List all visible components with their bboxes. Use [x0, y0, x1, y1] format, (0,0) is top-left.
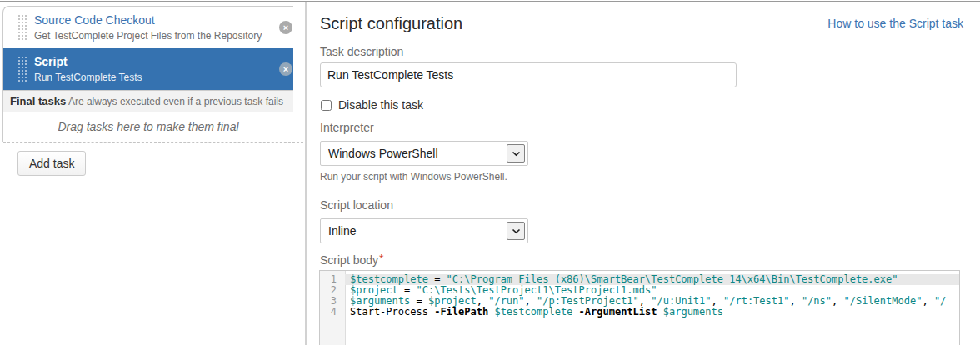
page-title: Script configuration	[320, 13, 462, 33]
chevron-down-icon	[507, 144, 525, 162]
drop-zone-dashed-divider	[3, 142, 303, 142]
code-text[interactable]: Start-Process -FilePath $testcomplete -A…	[345, 307, 959, 318]
chevron-down-icon	[507, 222, 525, 240]
script-location-select[interactable]: Inline	[320, 218, 528, 243]
drag-handle-icon[interactable]	[18, 14, 27, 42]
drag-handle-icon[interactable]	[18, 56, 27, 83]
task-list-sidebar: Source Code Checkout Get TestComplete Pr…	[0, 2, 305, 345]
task-subtitle: Get TestComplete Project Files from the …	[34, 30, 275, 42]
script-body-label: Script body*	[320, 253, 963, 268]
remove-task-icon[interactable]: ×	[279, 62, 292, 76]
interpreter-label: Interpreter	[320, 121, 963, 135]
interpreter-selected-value: Windows PowerShell	[328, 147, 438, 160]
task-item-script[interactable]: Script Run TestComplete Tests ×	[3, 48, 293, 90]
script-location-label: Script location	[320, 198, 963, 212]
line-number: 4	[320, 307, 345, 318]
final-tasks-drop-zone[interactable]: Drag tasks here to make them final	[3, 112, 293, 142]
task-item-source-code-checkout[interactable]: Source Code Checkout Get TestComplete Pr…	[3, 7, 293, 48]
script-body-editor[interactable]: 1$testcomplete = "C:\Program Files (x86)…	[319, 270, 960, 345]
add-task-button[interactable]: Add task	[18, 151, 86, 176]
script-location-selected-value: Inline	[328, 224, 356, 238]
script-configuration-panel: Script configuration How to use the Scri…	[307, 2, 980, 345]
remove-task-icon[interactable]: ×	[279, 21, 292, 34]
interpreter-select[interactable]: Windows PowerShell	[320, 141, 528, 166]
task-subtitle: Run TestComplete Tests	[34, 72, 275, 84]
help-link[interactable]: How to use the Script task	[828, 17, 963, 30]
disable-task-checkbox[interactable]	[321, 100, 332, 111]
final-tasks-description: Are always executed even if a previous t…	[68, 96, 283, 108]
task-description-label: Task description	[320, 45, 963, 59]
final-tasks-header: Final tasks Are always executed even if …	[3, 90, 293, 112]
task-title[interactable]: Script	[34, 54, 275, 69]
interpreter-help-text: Run your script with Windows PowerShell.	[320, 171, 963, 182]
disable-task-label: Disable this task	[338, 98, 423, 112]
task-list: Source Code Checkout Get TestComplete Pr…	[2, 6, 293, 142]
required-indicator: *	[379, 252, 383, 265]
final-tasks-label: Final tasks	[10, 95, 66, 108]
task-description-input[interactable]	[320, 62, 737, 88]
task-title[interactable]: Source Code Checkout	[34, 12, 275, 28]
code-line[interactable]: 4Start-Process -FilePath $testcomplete -…	[320, 307, 959, 318]
